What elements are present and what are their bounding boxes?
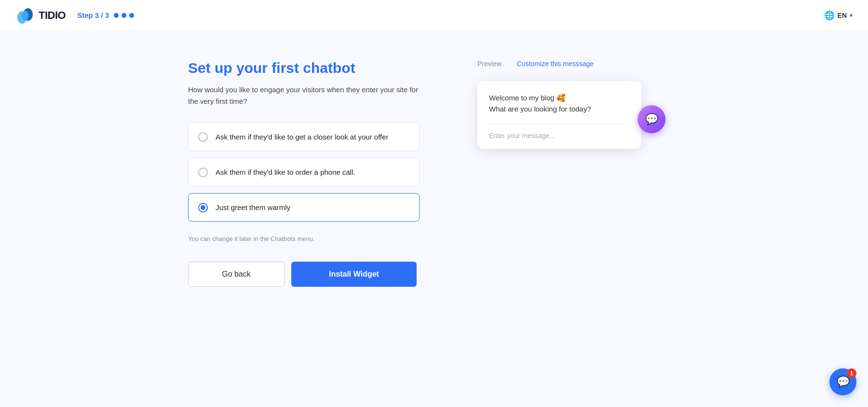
button-row: Go back Install Widget — [188, 262, 420, 287]
page-subtitle: How would you like to engage your visito… — [188, 84, 420, 107]
option-card-1[interactable]: Ask them if they'd like to get a closer … — [188, 123, 420, 151]
language-selector[interactable]: 🌐 EN ▾ — [824, 10, 853, 21]
chat-icon: 💬 — [645, 113, 658, 126]
preview-tabs: Preview Customize this messsage — [477, 60, 680, 68]
notification-badge: 1 — [847, 368, 856, 378]
right-panel: Preview Customize this messsage Welcome … — [477, 60, 680, 149]
tab-customize[interactable]: Customize this messsage — [517, 60, 594, 68]
step-dot-2 — [122, 13, 126, 18]
app-header: TIDIO Step 3 / 3 🌐 EN ▾ — [0, 0, 868, 31]
option-card-2[interactable]: Ask them if they'd like to order a phone… — [188, 158, 420, 186]
left-panel: Set up your first chatbot How would you … — [188, 60, 420, 287]
option-label-3: Just greet them warmly — [216, 202, 290, 212]
step-dot-1 — [114, 13, 119, 18]
step-label: Step 3 / 3 — [77, 11, 109, 19]
option-label-1: Ask them if they'd like to get a closer … — [216, 132, 389, 142]
globe-icon: 🌐 — [824, 10, 835, 21]
logo-text: TIDIO — [39, 9, 66, 22]
chat-message: Welcome to my blog 🥰What are you looking… — [489, 93, 630, 114]
options-list: Ask them if they'd like to get a closer … — [188, 123, 420, 222]
chat-bubble: Welcome to my blog 🥰What are you looking… — [477, 81, 641, 149]
page-title: Set up your first chatbot — [188, 60, 420, 76]
option-card-3[interactable]: Just greet them warmly — [188, 193, 420, 222]
chat-toggle-button[interactable]: 💬 — [637, 105, 665, 133]
lang-label: EN — [838, 12, 847, 19]
main-content: Set up your first chatbot How would you … — [0, 31, 868, 316]
radio-inner-3 — [201, 205, 205, 210]
radio-3 — [198, 203, 208, 212]
option-label-2: Ask them if they'd like to order a phone… — [216, 167, 355, 177]
step-dots — [114, 13, 134, 18]
step-indicator: Step 3 / 3 — [77, 11, 134, 19]
bottom-chat-icon: 💬 — [837, 376, 850, 388]
svg-point-2 — [22, 11, 28, 20]
hint-text: You can change it later in the Chatbots … — [188, 235, 420, 242]
step-dot-3 — [129, 13, 134, 18]
chevron-down-icon: ▾ — [850, 12, 853, 19]
bottom-chat-button[interactable]: 1 💬 — [829, 368, 856, 395]
go-back-button[interactable]: Go back — [188, 262, 285, 287]
radio-1 — [198, 132, 208, 142]
chat-input-area: Enter your message... — [489, 124, 630, 149]
install-widget-button[interactable]: Install Widget — [291, 262, 417, 287]
tab-preview[interactable]: Preview — [477, 60, 502, 68]
tidio-logo-icon — [15, 6, 35, 25]
header-left: TIDIO Step 3 / 3 — [15, 6, 134, 25]
chat-widget-container: Welcome to my blog 🥰What are you looking… — [477, 81, 661, 149]
radio-2 — [198, 168, 208, 177]
chat-input-placeholder[interactable]: Enter your message... — [489, 132, 555, 140]
logo: TIDIO — [15, 6, 66, 25]
